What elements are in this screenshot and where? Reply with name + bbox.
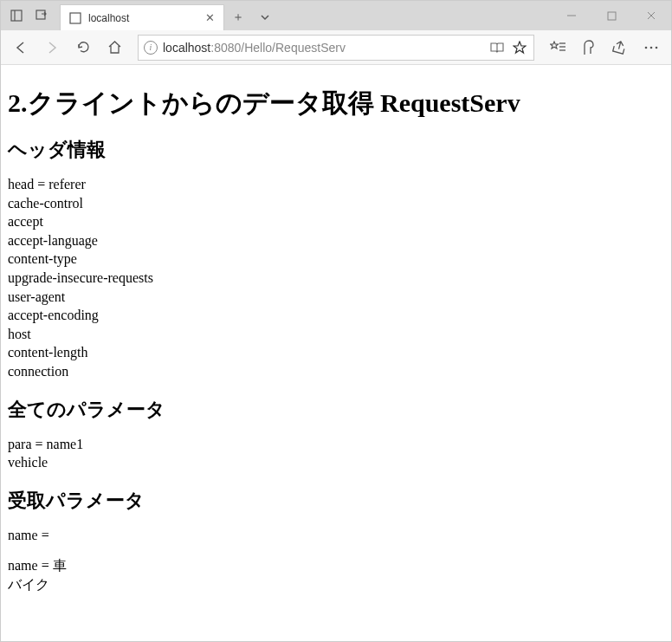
site-info-icon[interactable]: i <box>144 41 158 55</box>
favorite-star-icon[interactable] <box>511 39 528 56</box>
svg-rect-2 <box>36 10 45 19</box>
text-line: accept-encoding <box>8 308 99 322</box>
maximize-button[interactable] <box>591 1 631 30</box>
tab-title: localhost <box>88 12 198 24</box>
set-aside-tabs-icon[interactable] <box>4 3 29 28</box>
text-line: vehicle <box>8 455 48 470</box>
text-line: accept <box>8 214 43 229</box>
text-line: cache-control <box>8 196 83 211</box>
text-line: upgrade-insecure-requests <box>8 270 153 285</box>
text-line: user-agent <box>8 289 65 304</box>
window-controls <box>552 1 671 30</box>
text-line: accept-language <box>8 233 98 248</box>
url-path: :8080/Hello/RequestServ <box>210 41 346 55</box>
tab-favicon <box>69 12 81 24</box>
svg-point-9 <box>645 46 648 49</box>
back-button[interactable] <box>6 33 36 62</box>
section-title-all-params: 全てのパラメータ <box>8 397 664 423</box>
forward-button[interactable] <box>37 33 67 62</box>
tabs-aside-icon[interactable] <box>30 3 55 28</box>
titlebar-left-buttons <box>1 1 58 30</box>
close-window-button[interactable] <box>631 1 671 30</box>
text-line: head = referer <box>8 177 86 191</box>
text-line: host <box>8 327 31 341</box>
headers-block: head = referercache-controlacceptaccept-… <box>8 175 664 381</box>
browser-tab[interactable]: localhost ✕ <box>60 4 224 30</box>
text-line: connection <box>8 364 68 379</box>
recv-params-p2: name = 車バイク <box>8 556 664 593</box>
section-title-headers: ヘッダ情報 <box>8 137 664 163</box>
tab-actions-icon[interactable] <box>252 4 278 30</box>
minimize-button[interactable] <box>552 1 591 30</box>
favorites-list-icon[interactable] <box>543 33 572 62</box>
tab-strip: localhost ✕ ＋ <box>58 1 552 30</box>
new-tab-button[interactable]: ＋ <box>224 4 252 30</box>
svg-rect-5 <box>608 12 616 20</box>
browser-toolbar: i localhost:8080/Hello/RequestServ <box>1 30 671 65</box>
recv-params-p1: name = <box>8 526 664 545</box>
notes-icon[interactable] <box>574 33 604 62</box>
svg-point-10 <box>650 46 653 49</box>
settings-more-icon[interactable] <box>636 33 666 62</box>
close-icon[interactable]: ✕ <box>205 11 215 24</box>
refresh-button[interactable] <box>68 33 98 62</box>
window-titlebar: localhost ✕ ＋ <box>1 1 671 30</box>
all-params-block: para = name1vehicle <box>8 435 664 472</box>
text-line: バイク <box>8 577 49 592</box>
svg-rect-0 <box>11 10 22 21</box>
svg-rect-3 <box>70 13 81 23</box>
share-icon[interactable] <box>605 33 635 62</box>
home-button[interactable] <box>100 33 129 62</box>
text-line: name = 車 <box>8 558 67 573</box>
url-text: localhost:8080/Hello/RequestServ <box>163 41 483 55</box>
text-line: para = name1 <box>8 437 83 451</box>
text-line: content-type <box>8 251 77 266</box>
svg-point-11 <box>656 46 658 49</box>
text-line: content-length <box>8 345 87 360</box>
url-host: localhost <box>163 41 210 55</box>
address-bar[interactable]: i localhost:8080/Hello/RequestServ <box>138 35 534 61</box>
reading-view-icon[interactable] <box>488 39 506 56</box>
toolbar-right <box>543 33 666 62</box>
section-title-recv-params: 受取パラメータ <box>8 488 664 514</box>
page-title: 2.クライントからのデータ取得 RequestServ <box>8 86 664 121</box>
page-content: 2.クライントからのデータ取得 RequestServ ヘッダ情報 head =… <box>1 65 671 612</box>
